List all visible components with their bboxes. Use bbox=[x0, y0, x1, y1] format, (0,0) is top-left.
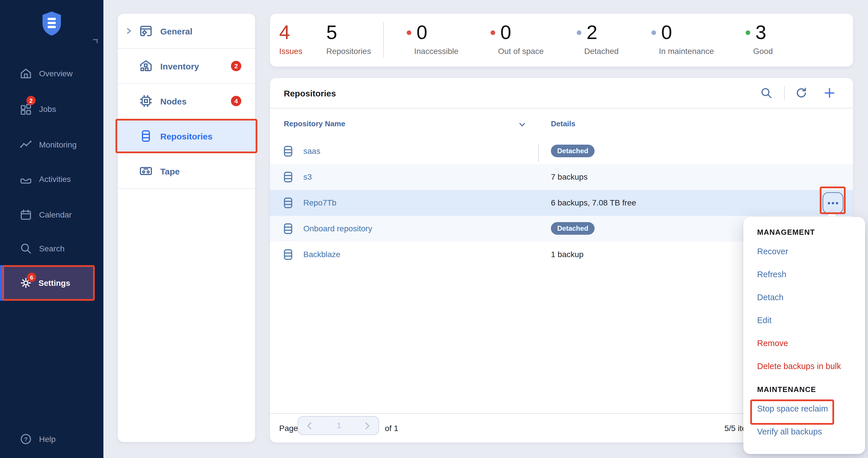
stat-label: Repositories bbox=[326, 46, 371, 56]
settings-nav-label: Nodes bbox=[160, 96, 187, 106]
help-icon: ? bbox=[20, 433, 32, 446]
inbox-icon bbox=[20, 173, 32, 185]
repository-icon bbox=[284, 172, 292, 183]
stat-label: Issues bbox=[279, 46, 303, 56]
sidebar-item-label: Activities bbox=[39, 174, 71, 184]
repository-stats-bar: 4 Issues 5 Repositories 0 Inaccessible 0… bbox=[270, 14, 853, 67]
repository-name-link[interactable]: saas bbox=[303, 146, 320, 156]
ellipsis-dot bbox=[832, 202, 834, 204]
sidebar-item-monitoring[interactable]: Monitoring bbox=[0, 132, 103, 157]
divider bbox=[383, 22, 384, 57]
search-icon[interactable] bbox=[760, 87, 773, 99]
repository-icon bbox=[284, 146, 292, 157]
inventory-icon bbox=[139, 59, 153, 73]
settings-nav-label: Repositories bbox=[160, 131, 213, 141]
repository-name-link[interactable]: s3 bbox=[303, 172, 312, 182]
repository-details: 1 backup bbox=[551, 250, 584, 259]
sidebar-item-help[interactable]: ? Help bbox=[0, 426, 103, 452]
menu-item-detach[interactable]: Detach bbox=[757, 286, 859, 309]
nodes-chip-icon bbox=[139, 94, 153, 108]
sidebar-item-activities[interactable]: Activities bbox=[0, 166, 103, 192]
general-window-gear-icon bbox=[139, 24, 153, 38]
status-dot-slate bbox=[651, 30, 656, 35]
repository-name-link[interactable]: Backblaze bbox=[303, 250, 340, 259]
row-actions-ellipsis-button[interactable] bbox=[823, 192, 843, 214]
stat-value: 5 bbox=[326, 21, 371, 44]
stat-value: 0 bbox=[500, 21, 544, 44]
stat-value: 2 bbox=[587, 21, 619, 44]
settings-nav-label: Tape bbox=[160, 166, 180, 176]
repository-details: 6 backups, 7.08 TB free bbox=[551, 198, 636, 207]
status-dot-red bbox=[407, 30, 411, 35]
status-dot-green bbox=[746, 30, 750, 35]
menu-item-delete-backups-in-bulk[interactable]: Delete backups in bulk bbox=[757, 355, 859, 378]
menu-item-stop-space-reclaim[interactable]: Stop space reclaim bbox=[757, 397, 859, 420]
panel-title: Repositories bbox=[284, 88, 336, 98]
panel-header: Repositories bbox=[270, 78, 853, 108]
settings-nav-item-inventory[interactable]: Inventory 2 bbox=[118, 49, 255, 83]
settings-count-badge: 6 bbox=[27, 273, 36, 282]
sidebar-item-label: Jobs bbox=[39, 104, 56, 113]
menu-item-recover[interactable]: Recover bbox=[757, 240, 859, 263]
app-window: Overview Jobs 2 Monitoring bbox=[0, 0, 868, 458]
column-header-details[interactable]: Details bbox=[551, 119, 575, 128]
next-page-icon[interactable] bbox=[363, 422, 371, 430]
settings-nav-panel: General Inventory 2 Nodes 4 bbox=[118, 14, 255, 442]
chevron-down-icon[interactable] bbox=[519, 121, 526, 128]
stat-value: 0 bbox=[661, 21, 714, 44]
sidebar-item-overview[interactable]: Overview bbox=[0, 61, 103, 86]
calendar-icon bbox=[20, 208, 32, 221]
stat-label: Good bbox=[753, 46, 773, 56]
sidebar-item-label: Calendar bbox=[39, 210, 72, 219]
sidebar-item-settings[interactable]: Settings bbox=[4, 267, 93, 299]
sidebar-item-search[interactable]: Search bbox=[0, 236, 103, 261]
home-icon bbox=[20, 67, 32, 80]
repository-name-link[interactable]: Onboard repository bbox=[303, 224, 372, 233]
table-row[interactable]: s3 7 backups bbox=[270, 164, 853, 190]
stat-out-of-space[interactable]: 0 Out of space bbox=[500, 21, 544, 56]
stat-issues[interactable]: 4 Issues bbox=[279, 21, 303, 56]
menu-item-remove[interactable]: Remove bbox=[757, 332, 859, 355]
sidebar-item-calendar[interactable]: Calendar bbox=[0, 202, 103, 227]
repository-icon bbox=[284, 249, 292, 260]
stat-in-maintenance[interactable]: 0 In maintenance bbox=[661, 21, 714, 56]
menu-item-edit[interactable]: Edit bbox=[757, 309, 859, 332]
stat-good[interactable]: 3 Good bbox=[755, 21, 773, 56]
detached-status-badge: Detached bbox=[551, 222, 595, 235]
settings-nav-item-nodes[interactable]: Nodes 4 bbox=[118, 84, 255, 118]
divider bbox=[118, 188, 255, 189]
repository-icon bbox=[284, 223, 292, 234]
repository-name-link[interactable]: Repo7Tb bbox=[303, 198, 336, 207]
repository-details: 7 backups bbox=[551, 172, 588, 182]
divider bbox=[784, 86, 785, 100]
refresh-icon[interactable] bbox=[795, 87, 808, 99]
repository-context-menu: MANAGEMENT Recover Refresh Detach Edit R… bbox=[743, 217, 865, 454]
menu-item-verify-all-backups[interactable]: Verify all backups bbox=[757, 420, 859, 443]
detached-status-badge: Detached bbox=[551, 144, 595, 157]
page-label: Page bbox=[279, 424, 298, 433]
chevron-right-icon[interactable] bbox=[125, 28, 132, 34]
stat-detached[interactable]: 2 Detached bbox=[587, 21, 619, 56]
sidebar-item-label: Help bbox=[39, 434, 56, 444]
tape-cassette-icon bbox=[139, 164, 153, 178]
table-header-row: Repository Name Details bbox=[270, 108, 853, 138]
stat-inaccessible[interactable]: 0 Inaccessible bbox=[416, 21, 458, 56]
repositories-database-icon bbox=[139, 129, 153, 143]
settings-nav-item-general[interactable]: General bbox=[118, 14, 255, 48]
sidebar-item-jobs[interactable]: Jobs bbox=[0, 96, 103, 122]
sidebar-collapse-icon[interactable] bbox=[93, 39, 98, 43]
settings-nav-item-tape[interactable]: Tape bbox=[118, 154, 255, 188]
column-header-repository-name[interactable]: Repository Name bbox=[284, 119, 345, 128]
stat-repositories[interactable]: 5 Repositories bbox=[326, 21, 371, 56]
table-row[interactable]: saas Detached bbox=[270, 138, 853, 164]
main-sidebar: Overview Jobs 2 Monitoring bbox=[0, 0, 103, 458]
table-row-selected[interactable]: Repo7Tb 6 backups, 7.08 TB free bbox=[270, 190, 853, 216]
app-logo-shield-icon bbox=[41, 11, 62, 36]
stat-value: 3 bbox=[755, 21, 773, 44]
ellipsis-dot bbox=[836, 202, 838, 204]
menu-item-refresh[interactable]: Refresh bbox=[757, 263, 859, 286]
add-repository-icon[interactable] bbox=[823, 87, 836, 99]
ellipsis-dot bbox=[828, 202, 830, 204]
settings-nav-item-repositories[interactable]: Repositories bbox=[118, 119, 255, 153]
repository-icon bbox=[284, 197, 292, 208]
